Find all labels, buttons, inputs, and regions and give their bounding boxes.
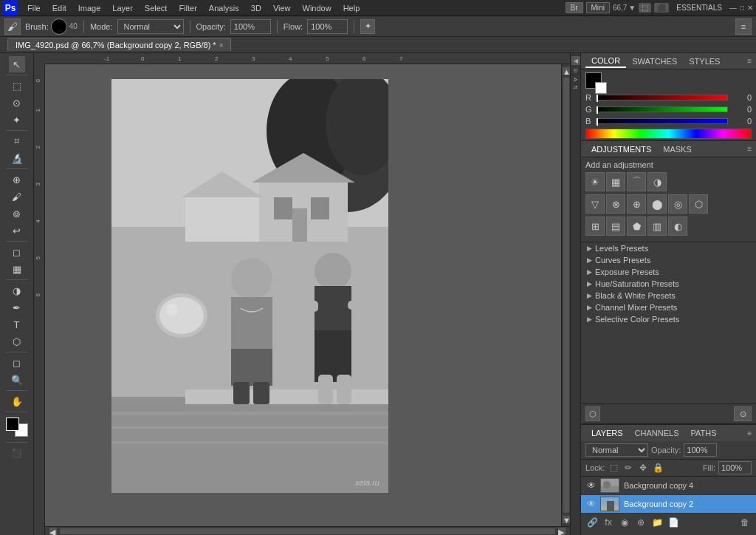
right-panel-icon3[interactable]: ¶ [571, 84, 580, 90]
background-swatch[interactable] [595, 82, 607, 94]
brush-tool[interactable]: 🖌 [9, 188, 25, 205]
brush-tool-icon[interactable]: 🖌 [4, 18, 21, 35]
mode-dropdown[interactable]: Normal [117, 19, 184, 34]
shape-tool[interactable]: ◻ [9, 355, 25, 371]
menu-image[interactable]: Image [73, 2, 106, 14]
collapse-right-btn[interactable]: ◀ [571, 56, 580, 65]
photo-filter-btn[interactable]: ◎ [668, 194, 687, 214]
eraser-tool[interactable]: ◻ [9, 244, 25, 260]
b-slider[interactable] [596, 118, 728, 124]
color-picker[interactable] [6, 418, 28, 437]
mini-bridge-icon[interactable]: Mini [586, 2, 610, 13]
quick-select-tool[interactable]: ✦ [9, 112, 25, 128]
selective-color-presets-item[interactable]: ▶ Selective Color Presets [581, 313, 756, 325]
color-panel-options[interactable]: ≡ [747, 57, 752, 65]
color-spectrum[interactable] [585, 129, 752, 139]
menu-file[interactable]: File [22, 2, 46, 14]
opacity-input[interactable] [230, 19, 271, 34]
curves-presets-item[interactable]: ▶ Curves Presets [581, 254, 756, 266]
paths-tab[interactable]: PATHS [685, 427, 723, 439]
color-tab[interactable]: COLOR [585, 55, 626, 68]
document-tab[interactable]: IMG_4920.psd @ 66,7% (Background copy 2,… [7, 38, 231, 51]
brightness-contrast-btn[interactable]: ☀ [585, 172, 605, 191]
lock-all-btn[interactable]: 🔒 [652, 462, 664, 474]
quick-mask-btn[interactable]: ⬛ [9, 445, 25, 461]
scroll-right-btn[interactable]: ▶ [558, 528, 566, 535]
levels-presets-item[interactable]: ▶ Levels Presets [581, 242, 756, 254]
layers-panel-options[interactable]: ≡ [747, 429, 752, 437]
right-panel-icon2[interactable]: A [571, 76, 580, 83]
lasso-tool[interactable]: ⊙ [9, 95, 25, 111]
foreground-swatch[interactable] [585, 72, 602, 89]
curves-btn[interactable]: ⌒ [627, 172, 646, 191]
channel-mixer-presets-item[interactable]: ▶ Channel Mixer Presets [581, 301, 756, 313]
blend-mode-dropdown[interactable]: Normal [585, 443, 648, 457]
posterize-btn[interactable]: ▤ [606, 217, 625, 236]
screen-mode[interactable]: ⬚ [639, 3, 651, 13]
panel-options-btn[interactable]: ≡ [735, 18, 752, 35]
exposure-btn[interactable]: ◑ [647, 172, 667, 191]
layer-visibility-btn-1[interactable]: 👁 [585, 498, 597, 510]
layer-link-btn[interactable]: 🔗 [585, 516, 599, 529]
scroll-down-btn[interactable]: ▼ [563, 516, 570, 523]
foreground-color[interactable] [6, 418, 19, 431]
flow-input[interactable] [307, 19, 348, 34]
threshold-btn[interactable]: ⬟ [627, 217, 646, 236]
bw-btn[interactable]: ⬤ [647, 194, 667, 214]
layer-mask-btn[interactable]: ◉ [618, 516, 631, 529]
crop-tool[interactable]: ⌗ [9, 133, 25, 149]
close-btn[interactable]: ✕ [747, 4, 753, 12]
type-tool[interactable]: T [9, 316, 25, 333]
menu-3d[interactable]: 3D [246, 2, 267, 14]
move-tool[interactable]: ↖ [9, 56, 25, 72]
hue-sat-btn[interactable]: ⊗ [606, 194, 625, 214]
scroll-thumb-v[interactable] [563, 78, 569, 513]
channel-mixer-btn[interactable]: ⬡ [689, 194, 708, 214]
menu-analysis[interactable]: Analysis [204, 2, 244, 14]
spot-heal-tool[interactable]: ⊕ [9, 171, 25, 188]
right-panel-icon1[interactable]: ⊙ [571, 67, 580, 75]
layer-fx-btn[interactable]: fx [602, 516, 615, 529]
arrange-docs[interactable]: ⬛ [654, 3, 669, 13]
scroll-thumb-h[interactable] [60, 528, 555, 534]
bridge-icon[interactable]: Br [566, 2, 583, 13]
presets-btn1[interactable]: ⬡ [585, 406, 600, 421]
invert-btn[interactable]: ⊞ [585, 217, 605, 236]
menu-select[interactable]: Select [140, 2, 173, 14]
layer-row-0[interactable]: 👁 Background copy 4 [581, 477, 756, 495]
adj-panel-options[interactable]: ≡ [747, 145, 752, 153]
pen-tool[interactable]: ✒ [9, 299, 25, 316]
selective-color-btn[interactable]: ◐ [668, 217, 687, 236]
layer-visibility-btn-0[interactable]: 👁 [585, 480, 597, 491]
exposure-presets-item[interactable]: ▶ Exposure Presets [581, 266, 756, 278]
adjustments-tab[interactable]: ADJUSTMENTS [585, 143, 657, 155]
scroll-left-btn[interactable]: ◀ [49, 528, 57, 535]
g-slider[interactable] [596, 106, 728, 112]
bw-presets-item[interactable]: ▶ Black & White Presets [581, 290, 756, 301]
new-layer-btn[interactable]: 📄 [667, 516, 680, 529]
swatches-tab[interactable]: SWATCHES [626, 55, 683, 67]
hand-tool[interactable]: ✋ [9, 393, 25, 409]
dodge-tool[interactable]: ◑ [9, 282, 25, 299]
lock-pixels-btn[interactable]: ✏ [622, 462, 634, 474]
menu-help[interactable]: Help [338, 2, 365, 14]
menu-edit[interactable]: Edit [47, 2, 72, 14]
new-group-btn[interactable]: 📁 [650, 516, 664, 529]
color-balance-btn[interactable]: ⊕ [627, 194, 646, 214]
layer-adj-btn[interactable]: ⊕ [634, 516, 647, 529]
vibrance-btn[interactable]: ▽ [585, 194, 605, 214]
restore-btn[interactable]: □ [740, 4, 744, 12]
tab-close-btn[interactable]: × [219, 41, 224, 50]
hue-sat-presets-item[interactable]: ▶ Hue/Saturation Presets [581, 278, 756, 290]
horizontal-scrollbar[interactable]: ◀ ▶ [45, 526, 570, 535]
layers-tab[interactable]: LAYERS [585, 427, 629, 439]
clone-tool[interactable]: ⊚ [9, 205, 25, 222]
menu-window[interactable]: Window [298, 2, 337, 14]
gradient-tool[interactable]: ▦ [9, 261, 25, 277]
menu-view[interactable]: View [268, 2, 296, 14]
presets-btn2[interactable]: ⊙ [734, 406, 752, 421]
minimize-btn[interactable]: — [729, 4, 737, 12]
channels-tab[interactable]: CHANNELS [629, 427, 685, 439]
opacity-input[interactable] [684, 443, 717, 457]
delete-layer-btn[interactable]: 🗑 [738, 516, 752, 529]
